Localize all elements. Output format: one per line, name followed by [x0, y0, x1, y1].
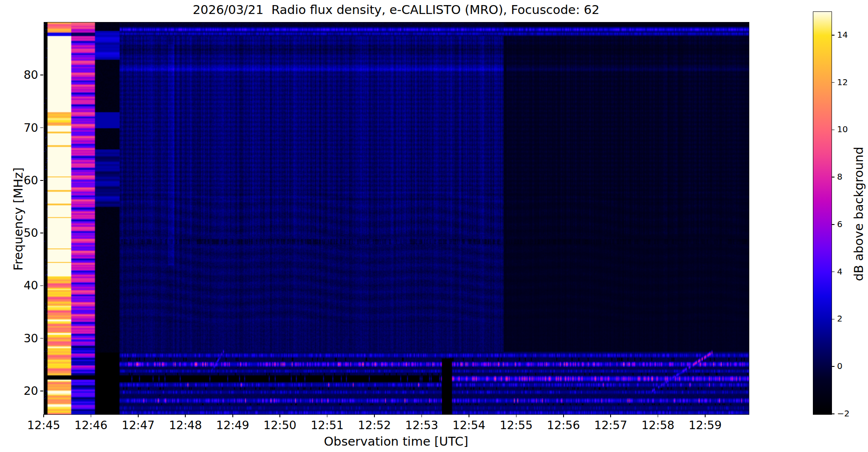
colorbar-tick-label: −2: [837, 408, 849, 419]
x-tick-label: 12:57: [585, 419, 636, 432]
x-tick-label: 12:46: [65, 419, 116, 432]
colorbar-tick-label: 0: [837, 361, 843, 371]
plot-title: 2026/03/21 Radio flux density, e-CALLIST…: [44, 3, 748, 17]
y-tick-label: 70: [8, 121, 38, 134]
x-tick-label: 12:49: [207, 419, 258, 432]
y-tick-mark: [40, 391, 43, 391]
x-tick-label: 12:55: [491, 419, 541, 432]
x-tick-mark: [469, 414, 469, 417]
x-tick-mark: [374, 414, 375, 417]
y-tick-mark: [40, 233, 43, 233]
x-tick-label: 12:59: [680, 419, 731, 432]
colorbar-tick-mark: [832, 35, 835, 36]
colorbar-tick-label: 10: [837, 124, 848, 134]
x-tick-mark: [516, 414, 517, 417]
y-tick-mark: [40, 286, 43, 286]
x-tick-label: 12:54: [444, 419, 494, 432]
y-tick-mark: [40, 75, 43, 75]
y-tick-label: 60: [8, 174, 38, 187]
y-tick-mark: [40, 338, 43, 339]
colorbar-tick-mark: [832, 366, 835, 367]
colorbar-tick-mark: [832, 224, 835, 225]
colorbar-tick-label: 14: [837, 30, 848, 40]
x-tick-label: 12:53: [396, 419, 447, 432]
colorbar-label: dB above background: [851, 112, 866, 316]
colorbar-tick-label: 8: [837, 172, 843, 182]
x-tick-mark: [563, 414, 564, 417]
colorbar-tick-mark: [832, 82, 835, 83]
colorbar-tick-mark: [832, 413, 835, 414]
colorbar-tick-mark: [832, 130, 835, 130]
plot-area: [44, 22, 749, 415]
y-tick-label: 80: [8, 68, 38, 81]
colorbar-gradient: [813, 11, 832, 415]
colorbar-tick-mark: [832, 272, 835, 272]
x-tick-mark: [43, 414, 44, 417]
x-tick-label: 12:58: [633, 419, 684, 432]
x-tick-mark: [658, 414, 659, 417]
x-tick-label: 12:48: [160, 419, 211, 432]
x-tick-mark: [327, 414, 328, 417]
colorbar-tick-label: 6: [837, 219, 843, 229]
x-tick-label: 12:45: [18, 419, 69, 432]
y-tick-mark: [40, 180, 43, 181]
x-tick-mark: [279, 414, 280, 417]
x-tick-mark: [91, 414, 92, 417]
x-tick-label: 12:56: [538, 419, 589, 432]
x-tick-mark: [185, 414, 186, 417]
y-tick-label: 40: [8, 279, 38, 292]
y-tick-label: 20: [8, 384, 38, 397]
y-tick-label: 30: [8, 332, 38, 345]
colorbar-tick-label: 4: [837, 266, 843, 277]
y-tick-mark: [40, 128, 43, 128]
x-tick-mark: [421, 414, 422, 417]
figure: 2026/03/21 Radio flux density, e-CALLIST…: [0, 0, 868, 452]
colorbar-tick-mark: [832, 177, 835, 177]
spectrogram-heatmap: [44, 22, 749, 414]
x-tick-mark: [232, 414, 233, 417]
x-axis-label: Observation time [UTC]: [44, 434, 748, 449]
colorbar-tick-mark: [832, 319, 835, 320]
x-tick-mark: [138, 414, 139, 417]
colorbar-tick-label: 2: [837, 313, 843, 324]
x-tick-label: 12:52: [349, 419, 400, 432]
x-tick-mark: [610, 414, 611, 417]
y-tick-label: 50: [8, 226, 38, 239]
colorbar-tick-label: 12: [837, 77, 848, 87]
x-tick-mark: [705, 414, 706, 417]
x-tick-label: 12:47: [113, 419, 164, 432]
x-tick-label: 12:51: [302, 419, 353, 432]
x-tick-label: 12:50: [254, 419, 305, 432]
